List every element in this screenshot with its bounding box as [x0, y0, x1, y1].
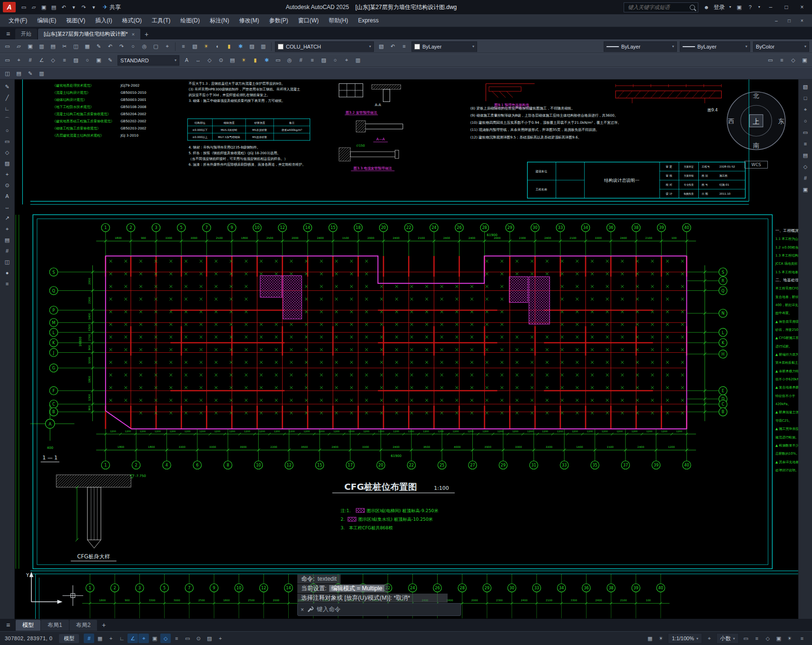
table-style-icon[interactable]: ⊙: [215, 55, 226, 66]
doc-restore-button[interactable]: □: [783, 16, 795, 25]
layer-previous-icon[interactable]: ↶: [387, 41, 398, 52]
help-caret-icon[interactable]: ▾: [756, 2, 762, 12]
measure-icon[interactable]: ∠: [36, 55, 47, 66]
quick-select-icon[interactable]: ⌖: [13, 55, 24, 66]
view-cube-icon[interactable]: □: [800, 93, 811, 103]
layout-hamburger-icon[interactable]: ≡: [2, 619, 14, 631]
undo-history-icon[interactable]: ▾: [69, 2, 78, 12]
region-icon[interactable]: ○: [82, 55, 93, 66]
layer-on-icon[interactable]: ☀: [201, 41, 212, 52]
layout-tab-0[interactable]: 模型: [16, 620, 40, 631]
layer-off-icon[interactable]: ◐: [212, 41, 223, 52]
match-properties-icon[interactable]: ✎: [93, 41, 104, 52]
steering-wheel-icon[interactable]: ▧: [800, 82, 811, 91]
save-icon[interactable]: ▣: [25, 41, 36, 52]
polygon-icon[interactable]: ◇: [2, 148, 12, 157]
menu-item-6[interactable]: 绘图(D): [176, 14, 205, 27]
select-icon[interactable]: ▭: [2, 55, 13, 66]
object-snap-icon[interactable]: ⌖: [138, 634, 149, 643]
grid-display-icon[interactable]: #: [84, 634, 94, 643]
edit-text-icon[interactable]: ✎: [105, 55, 116, 66]
annotation-monitor-icon[interactable]: ▭: [741, 634, 751, 643]
lineweight-dropdown[interactable]: ByLayer ▾: [680, 41, 750, 52]
zoom-previous-icon[interactable]: ▢: [150, 41, 161, 52]
toolbars-icon[interactable]: ≡: [776, 55, 787, 66]
new-icon[interactable]: ▭: [2, 41, 13, 52]
plot-icon[interactable]: ▤: [48, 41, 59, 52]
undo-icon[interactable]: ↶: [105, 41, 116, 52]
clean-screen-icon[interactable]: ◇: [788, 55, 799, 66]
text-style-dropdown[interactable]: STANDARD ▾: [117, 55, 179, 66]
help-icon[interactable]: ?: [745, 2, 755, 12]
copy-clip-icon[interactable]: ◫: [70, 41, 81, 52]
app-store-icon[interactable]: ▣: [734, 2, 744, 12]
doc-minimize-button[interactable]: –: [770, 16, 783, 25]
hatch-icon[interactable]: ▨: [2, 159, 12, 168]
hardware-acceleration-icon[interactable]: ▣: [773, 634, 784, 643]
menu-item-0[interactable]: 文件(F): [4, 14, 32, 27]
model-space-button[interactable]: 模型: [59, 634, 79, 643]
orbit-icon[interactable]: ○: [800, 116, 811, 126]
redo-icon[interactable]: ↷: [79, 2, 88, 12]
tab-close-icon[interactable]: ×: [132, 31, 135, 37]
point-icon[interactable]: +: [2, 169, 12, 179]
viewports-icon[interactable]: #: [295, 55, 306, 66]
zoom-window-icon[interactable]: ◎: [139, 41, 150, 52]
paste-clip-icon[interactable]: ▦: [82, 41, 93, 52]
new-tab-button[interactable]: +: [141, 29, 152, 40]
polar-tracking-icon[interactable]: ∠: [127, 634, 138, 643]
search-box[interactable]: [624, 2, 698, 12]
dimension-style-icon[interactable]: ↔: [193, 55, 204, 66]
pan-view-icon[interactable]: ▭: [800, 128, 811, 137]
move-icon[interactable]: ⌖: [2, 224, 12, 234]
mirror-icon[interactable]: ◫: [2, 257, 12, 267]
command-customize-icon[interactable]: [307, 606, 313, 613]
text-style-icon[interactable]: A: [181, 55, 192, 66]
drawing-svg[interactable]: 《建筑地基处理技术规范》JGJ79-2002《混凝土结构设计规范》GB50010…: [15, 79, 798, 619]
minimize-button[interactable]: –: [763, 1, 778, 13]
cut-clip-icon[interactable]: ✂: [59, 41, 70, 52]
drawing-area[interactable]: 《建筑地基处理技术规范》JGJ79-2002《混凝土结构设计规范》GB50010…: [15, 79, 798, 619]
open-file-icon[interactable]: ▱: [29, 2, 39, 12]
visual-styles-icon[interactable]: ◇: [800, 162, 811, 171]
dimension-icon[interactable]: ↔: [2, 202, 12, 212]
save-icon[interactable]: ▣: [39, 2, 49, 12]
object-snap-tracking-icon[interactable]: ▣: [149, 634, 160, 643]
layer-match-icon[interactable]: ≡: [399, 41, 410, 52]
menu-item-5[interactable]: 工具(T): [147, 14, 175, 27]
command-close-icon[interactable]: ×: [301, 606, 304, 613]
layer-properties-icon[interactable]: ≡: [178, 41, 189, 52]
sheet-set-icon[interactable]: ▤: [13, 68, 24, 79]
materials-icon[interactable]: ▨: [318, 55, 329, 66]
sheet-set-manager-icon[interactable]: ▥: [352, 55, 363, 66]
dynamic-ucs-icon[interactable]: +: [215, 634, 225, 643]
save-as-icon[interactable]: ▥: [36, 41, 47, 52]
quick-properties-icon[interactable]: ≡: [752, 634, 762, 643]
menu-item-4[interactable]: 格式(O): [117, 14, 147, 27]
ortho-mode-icon[interactable]: ∟: [117, 634, 127, 643]
workspace-gear-icon[interactable]: ⌖: [704, 634, 714, 643]
multiline-text-icon[interactable]: A: [2, 191, 12, 201]
multileader-style-icon[interactable]: ◇: [204, 55, 215, 66]
layer-panel-icon[interactable]: ▤: [800, 150, 811, 160]
menu-item-7[interactable]: 标注(N): [205, 14, 234, 27]
ucs-settings-icon[interactable]: ✱: [261, 55, 272, 66]
user-icon[interactable]: ☻: [702, 2, 711, 12]
circle-icon[interactable]: ○: [2, 126, 12, 135]
annotation-scale-dropdown[interactable]: 1:1/100% ▾: [668, 633, 702, 644]
isolate-objects-icon[interactable]: ◇: [763, 634, 773, 643]
lock-ui-icon[interactable]: ▮: [250, 55, 261, 66]
plotstyle-dropdown[interactable]: ByColor ▾: [753, 41, 809, 52]
properties-palette-icon[interactable]: ▥: [258, 41, 269, 52]
menu-item-10[interactable]: 窗口(W): [293, 14, 323, 27]
undo-icon[interactable]: ↶: [59, 2, 68, 12]
lineweight-display-icon[interactable]: ≡: [171, 634, 182, 643]
array-icon[interactable]: ▤: [2, 235, 12, 245]
menu-item-12[interactable]: Express: [353, 14, 383, 27]
snap-mode-icon[interactable]: ▦: [95, 634, 105, 643]
show-motion-icon[interactable]: ⌖: [341, 55, 352, 66]
show-motion-icon[interactable]: ≡: [800, 139, 811, 149]
point-style-icon[interactable]: ◇: [48, 55, 59, 66]
camera-icon[interactable]: ◎: [284, 55, 295, 66]
transparency-icon[interactable]: ▭: [182, 634, 193, 643]
